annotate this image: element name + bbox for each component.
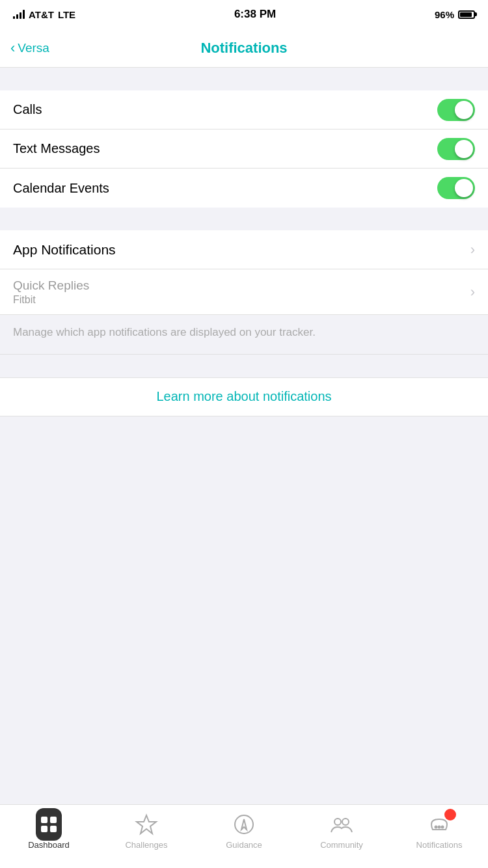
challenges-icon (135, 813, 158, 836)
calls-toggle[interactable] (437, 99, 475, 121)
app-notifications-chevron-icon: › (470, 241, 475, 258)
svg-point-9 (435, 826, 437, 828)
tab-item-dashboard[interactable]: Dashboard (0, 811, 98, 850)
svg-point-10 (439, 826, 441, 828)
notifications-badge (443, 807, 457, 822)
tab-item-notifications[interactable]: Notifications (390, 811, 488, 850)
status-bar: AT&T LTE 6:38 PM 96% (0, 0, 488, 29)
top-separator (0, 68, 488, 90)
nav-bar: ‹ Versa Notifications (0, 29, 488, 68)
notifications-icon-container (426, 811, 452, 837)
quick-replies-text: Quick Replies Fitbit (13, 278, 89, 306)
community-icon (330, 813, 353, 836)
learn-more-section[interactable]: Learn more about notifications (0, 377, 488, 416)
learn-more-link[interactable]: Learn more about notifications (156, 389, 331, 404)
guidance-tab-label: Guidance (226, 840, 262, 850)
challenges-icon-container (133, 811, 159, 837)
svg-point-11 (442, 826, 444, 828)
calendar-events-toggle[interactable] (437, 177, 475, 199)
toggle-settings-group: Calls Text Messages Calendar Events (0, 90, 488, 208)
battery-percent-label: 96% (435, 9, 454, 20)
back-arrow-icon: ‹ (10, 41, 15, 55)
quick-replies-row[interactable]: Quick Replies Fitbit › (0, 269, 488, 315)
time-display: 6:38 PM (234, 8, 276, 21)
back-button[interactable]: ‹ Versa (10, 41, 49, 55)
svg-rect-0 (41, 817, 47, 823)
tab-item-guidance[interactable]: Guidance (195, 811, 293, 850)
svg-marker-4 (137, 815, 156, 834)
text-messages-label: Text Messages (13, 141, 100, 156)
calendar-events-toggle-knob (455, 179, 473, 197)
status-right: 96% (435, 9, 475, 20)
tab-bar: Dashboard Challenges Guidance Commu (0, 804, 488, 868)
guidance-icon (232, 813, 256, 836)
svg-rect-2 (41, 826, 47, 832)
dashboard-tab-label: Dashboard (28, 840, 70, 850)
bottom-spacer (0, 416, 488, 501)
quick-replies-subtitle: Fitbit (13, 294, 89, 306)
text-messages-row: Text Messages (0, 129, 488, 169)
dashboard-icon-bg (36, 808, 62, 841)
community-tab-label: Community (320, 840, 363, 850)
signal-icon (13, 10, 25, 19)
calendar-events-row: Calendar Events (0, 169, 488, 208)
community-icon-container (329, 811, 355, 837)
battery-icon (458, 10, 475, 19)
challenges-tab-label: Challenges (125, 840, 167, 850)
text-messages-toggle[interactable] (437, 138, 475, 160)
calls-row: Calls (0, 90, 488, 129)
svg-point-7 (334, 819, 341, 825)
network-type-label: LTE (58, 9, 75, 20)
notifications-tab-label: Notifications (416, 840, 463, 850)
calls-toggle-knob (455, 101, 473, 119)
app-notifications-label: App Notifications (13, 242, 116, 258)
tab-item-challenges[interactable]: Challenges (98, 811, 195, 850)
middle-separator (0, 208, 488, 230)
guidance-icon-container (231, 811, 257, 837)
tab-item-community[interactable]: Community (293, 811, 390, 850)
quick-replies-title: Quick Replies (13, 278, 89, 293)
app-notifications-row[interactable]: App Notifications › (0, 230, 488, 269)
svg-point-8 (342, 819, 349, 825)
description-text: Manage which app notifications are displ… (13, 326, 316, 338)
calendar-events-label: Calendar Events (13, 181, 109, 196)
svg-rect-1 (50, 817, 57, 823)
carrier-label: AT&T (29, 9, 54, 20)
status-left: AT&T LTE (13, 9, 75, 20)
quick-replies-chevron-icon: › (470, 284, 475, 301)
svg-marker-6 (241, 819, 247, 830)
dashboard-icon-container (36, 811, 62, 837)
calls-label: Calls (13, 102, 42, 117)
text-messages-toggle-knob (455, 140, 473, 158)
back-label: Versa (18, 41, 49, 55)
dashboard-icon (40, 815, 58, 834)
svg-point-5 (235, 815, 253, 834)
svg-rect-3 (50, 826, 57, 832)
page-title: Notifications (200, 40, 287, 57)
description-section: Manage which app notifications are displ… (0, 315, 488, 355)
